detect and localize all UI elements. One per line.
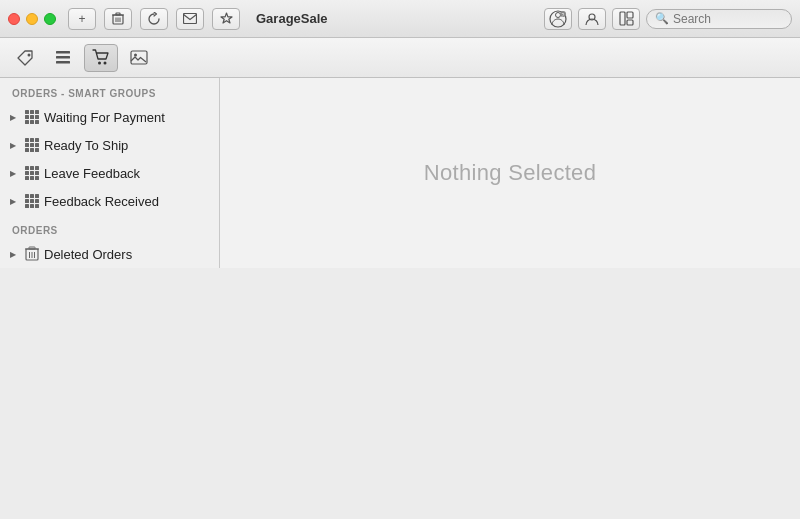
svg-rect-13 bbox=[627, 12, 633, 18]
user-icon-btn[interactable] bbox=[578, 8, 606, 30]
chevron-right-icon: ▶ bbox=[6, 247, 20, 261]
sidebar-item-label: Waiting For Payment bbox=[44, 110, 165, 125]
toolbar bbox=[0, 38, 800, 78]
empty-state-label: Nothing Selected bbox=[424, 160, 596, 186]
svg-rect-16 bbox=[56, 51, 70, 54]
sidebar-item-label: Ready To Ship bbox=[44, 138, 128, 153]
sidebar-item-ready-to-ship[interactable]: ▶ Ready To Ship bbox=[2, 131, 217, 159]
delete-button[interactable] bbox=[104, 8, 132, 30]
chevron-right-icon: ▶ bbox=[6, 138, 20, 152]
svg-rect-12 bbox=[620, 12, 625, 25]
sidebar-item-label: Feedback Received bbox=[44, 194, 159, 209]
account-icon-btn[interactable]: ? bbox=[544, 8, 572, 30]
maximize-button[interactable] bbox=[44, 13, 56, 25]
search-icon: 🔍 bbox=[655, 12, 669, 25]
smart-group-icon bbox=[22, 135, 42, 155]
svg-rect-17 bbox=[56, 56, 70, 59]
svg-rect-2 bbox=[116, 13, 120, 15]
orders-header: ORDERS bbox=[0, 215, 219, 240]
svg-rect-6 bbox=[184, 14, 197, 24]
search-input[interactable] bbox=[673, 12, 783, 26]
new-button[interactable]: + bbox=[68, 8, 96, 30]
sidebar-item-deleted-orders[interactable]: ▶ Deleted Orders bbox=[2, 240, 217, 268]
sidebar-item-feedback-received[interactable]: ▶ Feedback Received bbox=[2, 187, 217, 215]
content-area: ORDERS - SMART GROUPS ▶ Waiting For Paym… bbox=[0, 78, 800, 268]
svg-point-15 bbox=[28, 53, 31, 56]
chevron-right-icon: ▶ bbox=[6, 110, 20, 124]
sidebar-item-waiting-for-payment[interactable]: ▶ Waiting For Payment bbox=[2, 103, 217, 131]
minimize-button[interactable] bbox=[26, 13, 38, 25]
traffic-lights bbox=[8, 13, 56, 25]
smart-groups-header: ORDERS - SMART GROUPS bbox=[0, 78, 219, 103]
svg-text:?: ? bbox=[562, 11, 565, 17]
close-button[interactable] bbox=[8, 13, 20, 25]
tab-list[interactable] bbox=[46, 44, 80, 72]
sidebar-item-label: Deleted Orders bbox=[44, 247, 132, 262]
titlebar: + GarageSale bbox=[0, 0, 800, 38]
sidebar-item-label: Leave Feedback bbox=[44, 166, 140, 181]
sidebar-item-leave-feedback[interactable]: ▶ Leave Feedback bbox=[2, 159, 217, 187]
search-box[interactable]: 🔍 bbox=[646, 9, 792, 29]
svg-rect-26 bbox=[29, 247, 35, 249]
svg-rect-14 bbox=[627, 20, 633, 25]
svg-point-8 bbox=[556, 12, 561, 17]
star-button[interactable] bbox=[212, 8, 240, 30]
svg-point-23 bbox=[134, 53, 137, 56]
svg-point-21 bbox=[104, 62, 107, 65]
main-panel: Nothing Selected bbox=[220, 78, 800, 268]
svg-rect-18 bbox=[56, 61, 70, 64]
smart-group-icon bbox=[22, 163, 42, 183]
chevron-right-icon: ▶ bbox=[6, 194, 20, 208]
email-button[interactable] bbox=[176, 8, 204, 30]
tab-image[interactable] bbox=[122, 44, 156, 72]
refresh-button[interactable] bbox=[140, 8, 168, 30]
trash-icon bbox=[22, 244, 42, 264]
tab-cart[interactable] bbox=[84, 44, 118, 72]
app-title: GarageSale bbox=[256, 11, 328, 26]
window-body: ORDERS - SMART GROUPS ▶ Waiting For Paym… bbox=[0, 38, 800, 268]
layout-icon-btn[interactable] bbox=[612, 8, 640, 30]
smart-group-icon bbox=[22, 107, 42, 127]
tab-tags[interactable] bbox=[8, 44, 42, 72]
titlebar-right: ? 🔍 bbox=[544, 8, 792, 30]
svg-rect-22 bbox=[131, 51, 147, 64]
sidebar: ORDERS - SMART GROUPS ▶ Waiting For Paym… bbox=[0, 78, 220, 268]
svg-point-20 bbox=[98, 62, 101, 65]
chevron-right-icon: ▶ bbox=[6, 166, 20, 180]
smart-group-icon bbox=[22, 191, 42, 211]
